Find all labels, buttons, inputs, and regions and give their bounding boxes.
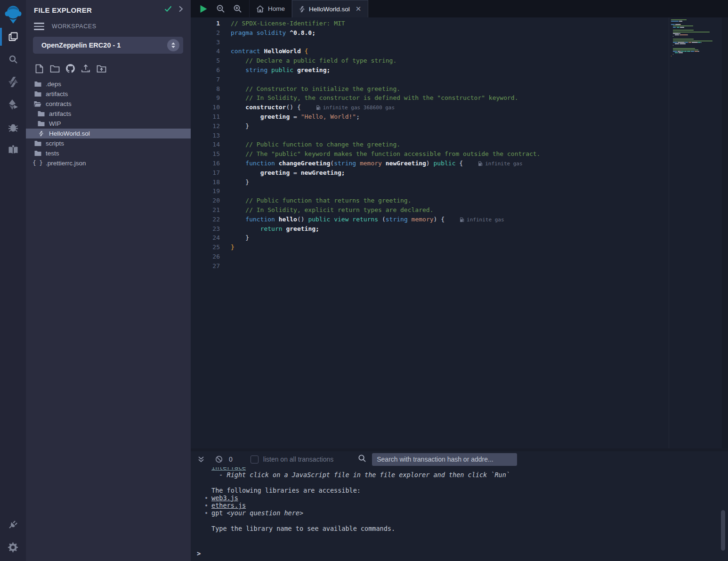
file-tree: .depsartifactscontractsartifactsWIPHello…	[26, 79, 191, 168]
sidebar-item-solidity-compiler[interactable]	[0, 71, 26, 93]
upload-file-icon[interactable]	[80, 63, 91, 74]
listen-transactions-checkbox[interactable]	[251, 455, 259, 463]
tab-home[interactable]: Home	[249, 0, 292, 17]
sidebar-item-learneth[interactable]	[0, 138, 26, 161]
terminal-line	[211, 517, 728, 524]
code-line	[231, 75, 669, 84]
terminal-output[interactable]: interface - Right click on a JavaScript …	[191, 467, 728, 561]
workspaces-menu-icon[interactable]	[34, 23, 44, 30]
tree-item-label: HelloWorld.sol	[49, 130, 90, 137]
clone-github-icon[interactable]	[65, 63, 76, 74]
tree-folder-artifacts[interactable]: artifacts	[26, 109, 191, 119]
code-line: // SPDX-License-Identifier: MIT	[231, 19, 669, 28]
sidebar-item-search[interactable]	[0, 48, 26, 71]
code-line: }	[231, 233, 669, 243]
code-line: function hello() public view returns (st…	[231, 215, 669, 224]
gear-icon	[8, 542, 18, 553]
new-file-icon[interactable]	[33, 63, 45, 74]
minimap[interactable]	[669, 17, 722, 448]
solidity-file-icon	[37, 130, 45, 137]
workspace-selected-value: OpenZeppelin ERC20 - 1	[41, 41, 167, 49]
editor-area: Home HelloWorld.sol ✕ 123456789101112131…	[191, 0, 728, 561]
plugin-manager-button[interactable]	[0, 513, 26, 536]
file-explorer-icon	[8, 31, 19, 42]
activity-bar	[0, 0, 26, 561]
code-line	[231, 187, 669, 196]
folder-icon	[34, 140, 41, 146]
tree-folder-artifacts[interactable]: artifacts	[26, 89, 191, 99]
upload-folder-icon[interactable]	[96, 63, 107, 74]
workspace-sort-button[interactable]	[167, 39, 179, 51]
tree-item-label: artifacts	[49, 110, 71, 117]
code-line: function changeGreeting(string memory ne…	[231, 159, 669, 168]
sidebar-item-deploy-run[interactable]	[0, 93, 26, 116]
search-icon	[8, 54, 19, 65]
settings-button[interactable]	[0, 536, 26, 558]
tree-item-label: artifacts	[46, 90, 68, 98]
folder-icon	[34, 81, 41, 87]
code-editor[interactable]: 1234567891011121314151617181920212223242…	[191, 17, 728, 448]
terminal-line: Type the library name to see available c…	[211, 525, 728, 532]
terminal-link[interactable]: ethers.js	[211, 502, 246, 509]
gas-pump-icon	[478, 161, 485, 167]
terminal-link[interactable]: web3.js	[211, 494, 238, 502]
clear-console-icon[interactable]	[213, 453, 225, 465]
tree-folder-contracts[interactable]: contracts	[26, 99, 191, 109]
code-line	[231, 261, 669, 271]
chevron-right-icon[interactable]	[178, 6, 183, 14]
code-line: return greeting;	[231, 224, 669, 234]
solidity-compiler-icon	[8, 76, 18, 88]
code-line: // Constructor to initialize the greetin…	[231, 84, 669, 94]
deploy-run-icon	[8, 99, 19, 110]
tree-file-helloworld-sol[interactable]: HelloWorld.sol	[26, 129, 191, 138]
editor-scrollbar[interactable]	[722, 17, 728, 448]
tree-folder-scripts[interactable]: scripts	[26, 138, 191, 148]
code-line	[231, 252, 669, 261]
learneth-book-icon	[8, 144, 19, 155]
tab-helloworld-sol[interactable]: HelloWorld.sol ✕	[292, 0, 368, 17]
tree-folder-tests[interactable]: tests	[26, 148, 191, 158]
remix-logo-icon[interactable]	[3, 4, 24, 25]
listen-transactions-label: listen on all transactions	[263, 455, 333, 463]
code-line: // In Solidity, explicit return types ar…	[231, 205, 669, 215]
folder-open-icon	[34, 101, 41, 107]
sidebar-item-file-explorer[interactable]	[0, 25, 26, 48]
code-line: constructor() {infinite gas 368600 gas	[231, 103, 669, 112]
code-line: }	[231, 178, 669, 187]
line-numbers: 1234567891011121314151617181920212223242…	[191, 17, 225, 448]
tree-folder--deps[interactable]: .deps	[26, 79, 191, 89]
terminal-line: •web3.js	[211, 494, 728, 502]
zoom-out-icon[interactable]	[215, 4, 226, 14]
code-line: string public greeting;	[231, 65, 669, 75]
run-script-button[interactable]	[198, 4, 209, 14]
tree-file--prettierrc-json[interactable]: { }.prettierrc.json	[26, 158, 191, 168]
tree-item-label: WIP	[49, 120, 61, 127]
panel-title: FILE EXPLORER	[34, 6, 164, 14]
terminal-search-icon	[358, 454, 366, 464]
zoom-in-icon[interactable]	[232, 4, 243, 14]
tab-home-label: Home	[268, 5, 285, 12]
gas-pump-icon	[460, 217, 467, 223]
terminal-panel: 0 listen on all transactions interface -…	[191, 448, 728, 561]
tree-folder-wip[interactable]: WIP	[26, 119, 191, 129]
expand-terminal-icon[interactable]	[195, 453, 207, 465]
close-tab-icon[interactable]: ✕	[356, 5, 362, 13]
terminal-prompt[interactable]: >	[197, 550, 201, 557]
terminal-scrollbar-thumb[interactable]	[721, 510, 725, 551]
code-content[interactable]: // SPDX-License-Identifier: MITpragma so…	[225, 17, 669, 448]
folder-icon	[37, 121, 45, 127]
sidebar-item-debugger[interactable]	[0, 116, 26, 138]
code-line: // Public function to change the greetin…	[231, 140, 669, 149]
new-folder-icon[interactable]	[49, 63, 60, 74]
transaction-count-badge: 0	[229, 455, 233, 463]
terminal-line	[211, 479, 728, 486]
workspace-select[interactable]: OpenZeppelin ERC20 - 1	[33, 37, 183, 54]
folder-icon	[37, 111, 45, 117]
file-explorer-panel: FILE EXPLORER WORKSPACES OpenZeppelin ER…	[26, 0, 191, 561]
terminal-line: •ethers.js	[211, 502, 728, 509]
tab-bar: Home HelloWorld.sol ✕	[191, 0, 728, 17]
check-icon	[164, 6, 172, 14]
gas-estimate-hint: infinite gas	[460, 217, 504, 223]
terminal-search-input[interactable]	[372, 453, 517, 466]
gas-estimate-hint: infinite gas 368600 gas	[316, 105, 395, 111]
